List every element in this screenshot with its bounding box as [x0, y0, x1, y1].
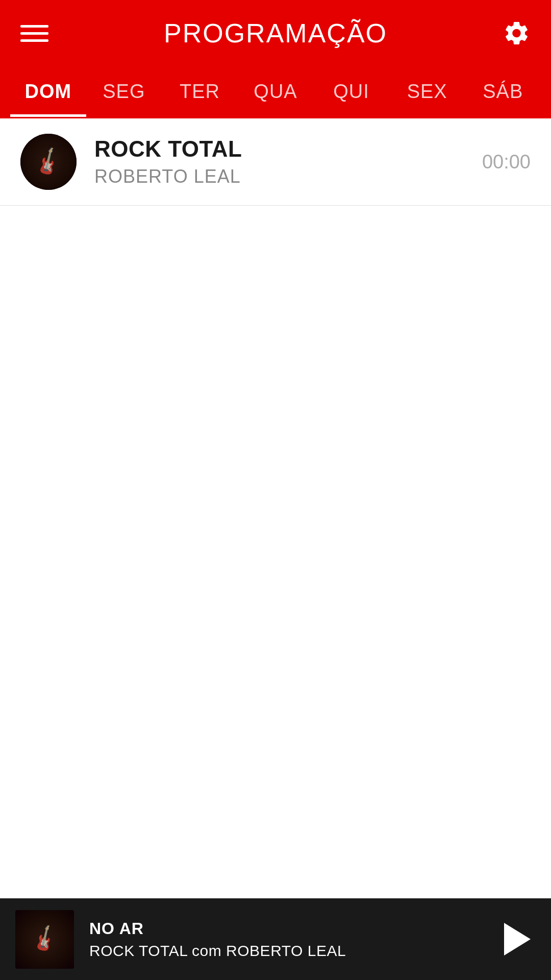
program-thumbnail	[20, 134, 77, 190]
menu-button[interactable]	[20, 25, 48, 42]
tab-ter[interactable]: TER	[162, 66, 238, 117]
player-art	[15, 910, 74, 969]
program-item[interactable]: ROCK TOTAL ROBERTO LEAL 00:00	[0, 118, 551, 206]
play-button[interactable]	[495, 919, 536, 960]
tab-dom[interactable]: DOM	[10, 66, 86, 117]
program-info: ROCK TOTAL ROBERTO LEAL	[77, 136, 454, 187]
program-time: 00:00	[454, 151, 531, 173]
player-show-text: ROCK TOTAL com ROBERTO LEAL	[89, 942, 495, 960]
player-thumbnail	[15, 910, 74, 969]
program-title: ROCK TOTAL	[94, 136, 454, 162]
header: PROGRAMAÇÃO	[0, 0, 551, 66]
tab-sex[interactable]: SEX	[389, 66, 465, 117]
tab-qua[interactable]: QUA	[238, 66, 314, 117]
gear-icon	[503, 18, 531, 48]
tab-sab[interactable]: SÁB	[465, 66, 541, 117]
tab-seg[interactable]: SEG	[86, 66, 162, 117]
program-host: ROBERTO LEAL	[94, 166, 454, 187]
page-title: PROGRAMAÇÃO	[48, 18, 503, 48]
program-list: ROCK TOTAL ROBERTO LEAL 00:00	[0, 118, 551, 206]
thumbnail-art	[20, 134, 77, 190]
on-air-label: NO AR	[89, 919, 495, 938]
tab-qui[interactable]: QUI	[313, 66, 389, 117]
settings-button[interactable]	[503, 18, 531, 48]
play-icon	[504, 923, 531, 955]
player-bar: NO AR ROCK TOTAL com ROBERTO LEAL	[0, 898, 551, 980]
player-info: NO AR ROCK TOTAL com ROBERTO LEAL	[74, 919, 495, 960]
day-tabs-bar: DOM SEG TER QUA QUI SEX SÁB	[0, 66, 551, 118]
